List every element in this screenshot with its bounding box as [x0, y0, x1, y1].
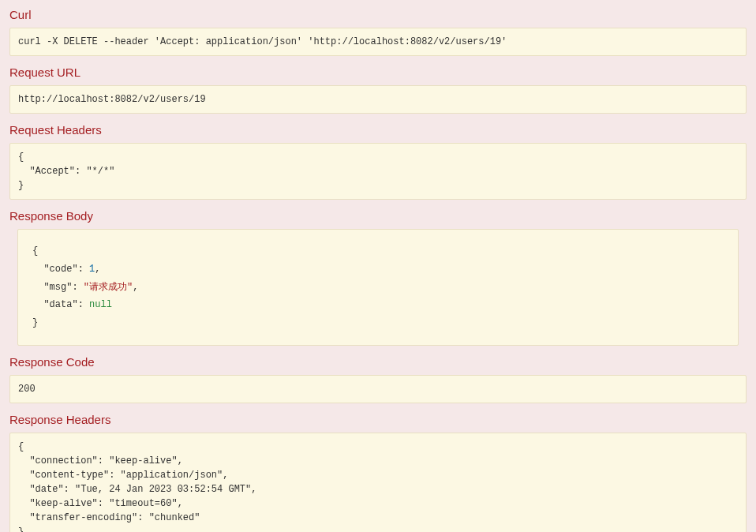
json-brace-open: {: [32, 245, 38, 257]
json-sep: :: [78, 264, 89, 275]
response-body-heading: Response Body: [9, 209, 747, 223]
response-code-heading: Response Code: [9, 355, 747, 369]
json-key-code: "code": [43, 264, 77, 275]
json-key-msg: "msg": [43, 282, 72, 293]
request-url-heading: Request URL: [9, 66, 747, 79]
request-url-box: http://localhost:8082/v2/users/19: [9, 85, 747, 114]
json-trail: ,: [95, 264, 100, 275]
response-headers-box: { "connection": "keep-alive", "content-t…: [9, 433, 747, 532]
curl-command-box: curl -X DELETE --header 'Accept: applica…: [9, 28, 747, 56]
json-value-msg: "请求成功": [84, 282, 133, 293]
json-sep: :: [78, 299, 89, 310]
json-sep: :: [72, 282, 83, 293]
request-headers-heading: Request Headers: [9, 123, 747, 137]
json-value-data: null: [89, 299, 112, 310]
curl-heading: Curl: [9, 8, 747, 21]
response-headers-heading: Response Headers: [9, 413, 747, 426]
json-trail: ,: [133, 282, 138, 293]
response-body-box: { "code": 1, "msg": "请求成功", "data": null…: [17, 229, 739, 346]
request-headers-box: { "Accept": "*/*" }: [9, 143, 747, 200]
json-brace-close: }: [32, 317, 38, 328]
json-key-data: "data": [43, 299, 77, 310]
response-code-box: 200: [9, 375, 747, 403]
